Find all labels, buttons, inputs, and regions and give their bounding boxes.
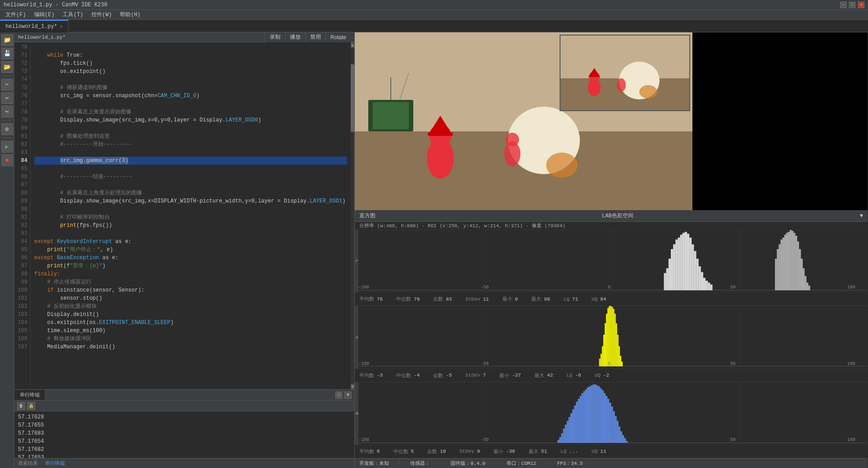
console-clear-button[interactable]: 🗑	[17, 402, 25, 410]
code-line-106: # 释放媒体缓冲区	[34, 335, 347, 343]
close-button[interactable]: ✕	[858, 2, 864, 8]
svg-rect-38	[680, 235, 683, 290]
bottom-search-bar: 搜索结果 串行终端	[14, 458, 354, 468]
search-results-tab[interactable]: 搜索结果	[18, 460, 38, 467]
svg-rect-65	[799, 249, 801, 291]
B-max: 最大 51	[529, 448, 547, 455]
editor-filename: helloworld_1.py*	[18, 35, 66, 40]
tab-close-button[interactable]: ✕	[60, 24, 63, 29]
serial-terminal-tab[interactable]: 串行终端	[45, 460, 65, 467]
editor-scrollbar[interactable]: ▲ ▼	[351, 42, 354, 389]
A-stdev: StDev 7	[466, 373, 486, 378]
svg-rect-106	[576, 401, 578, 443]
console-line: 57.17682	[18, 446, 351, 454]
svg-rect-55	[781, 239, 782, 290]
code-line-87	[34, 181, 347, 189]
code-line-100: if isinstance(sensor, Sensor):	[34, 286, 347, 294]
line-numbers: 70 71 72 73 74 75 76 77 78 79 80 81 82 8…	[14, 42, 31, 389]
console-panel: 串行终端 ⬡ ▼ 🗑 🔒 57.17628 57.17655 57.17683 …	[14, 389, 354, 468]
maximize-button[interactable]: □	[849, 2, 855, 8]
rotate-button[interactable]: Rotate	[326, 32, 351, 42]
A-mode: 众数 -5	[433, 372, 452, 379]
svg-point-11	[546, 153, 578, 178]
code-line-81: # 图像处理放到这里	[34, 132, 347, 140]
toolbar-save-icon[interactable]: 💾	[1, 48, 13, 59]
svg-rect-60	[790, 230, 791, 290]
line-num-88: 88	[14, 189, 27, 197]
line-num-83: 83	[14, 148, 27, 157]
scroll-down-button[interactable]: ▼	[351, 384, 354, 389]
svg-rect-40	[685, 232, 687, 290]
minimize-button[interactable]: ─	[840, 2, 846, 8]
svg-rect-34	[671, 249, 673, 291]
console-line: 57.17655	[18, 421, 351, 429]
disable-button[interactable]: 禁用	[305, 32, 326, 42]
scrollbar-thumb[interactable]	[351, 64, 354, 131]
tab-helloworld[interactable]: helloworld_1.py* ✕	[0, 20, 68, 32]
svg-rect-44	[694, 251, 696, 290]
menu-help[interactable]: 帮助(H)	[116, 10, 144, 19]
A-median: 中位数 -4	[396, 372, 420, 379]
histogram-title: 直方图	[359, 212, 375, 220]
A-mean: 平均数 -3	[359, 372, 383, 379]
A-indicator: A	[355, 306, 358, 368]
line-num-95: 95	[14, 246, 27, 254]
code-editor[interactable]: while True: fps.tick() os.exitpoint() # …	[31, 42, 351, 389]
histogram-header: 直方图 LAB色彩空间 ▼	[355, 210, 868, 222]
tab-bar: helloworld_1.py* ✕	[0, 20, 868, 32]
console-tab-serial[interactable]: 串行终端	[14, 390, 45, 400]
code-line-92: print(fps.fps())	[34, 221, 347, 230]
scroll-up-button[interactable]: ▲	[351, 42, 354, 48]
toolbar-redo-icon[interactable]: ↪	[1, 106, 13, 117]
title-bar-text: helloworld_1.py - CanMV IDE K230	[4, 2, 107, 8]
console-scroll-lock-button[interactable]: 🔒	[27, 402, 35, 410]
code-line-76: src_img = sensor.snapshot(chn=CAM_CHN_ID…	[34, 92, 347, 100]
svg-rect-110	[583, 391, 585, 443]
histogram-A-row: A	[355, 306, 868, 382]
fps-status: FPS：34.5	[557, 460, 583, 467]
window-controls: ─ □ ✕	[840, 2, 864, 8]
play-button[interactable]: 播放	[285, 32, 305, 42]
panel-float-button[interactable]: ⬡	[335, 392, 343, 399]
editor-main: 70 71 72 73 74 75 76 77 78 79 80 81 82 8…	[14, 42, 354, 389]
histogram-dropdown-icon[interactable]: ▼	[860, 213, 863, 219]
svg-rect-54	[779, 244, 781, 290]
menu-tools[interactable]: 工具(T)	[59, 10, 87, 19]
svg-rect-56	[782, 238, 784, 290]
line-num-93: 93	[14, 230, 27, 238]
svg-rect-53	[777, 249, 778, 291]
line-num-73: 73	[14, 68, 27, 76]
line-num-77: 77	[14, 100, 27, 108]
toolbar-run-icon[interactable]: ▶	[1, 141, 13, 153]
toolbar-stop-icon[interactable]: ■	[1, 154, 13, 166]
code-line-70	[34, 43, 347, 51]
toolbar-settings-icon[interactable]: ⚙	[1, 123, 13, 135]
svg-rect-86	[615, 314, 616, 366]
camera-thumbnail	[560, 35, 690, 111]
menu-controls[interactable]: 控件(W)	[88, 10, 116, 19]
toolbar-open-icon[interactable]: 📁	[1, 34, 13, 46]
svg-rect-63	[796, 236, 797, 290]
panel-minimize-button[interactable]: ▼	[344, 392, 352, 399]
svg-rect-124	[609, 402, 611, 442]
svg-rect-41	[687, 234, 689, 291]
status-bar: 开发板：未知 | 传感器： | 固件版：0.4.0 | 串口：COM12 | F…	[355, 458, 868, 468]
A-histogram-chart	[358, 306, 868, 368]
toolbar-cut-icon[interactable]: ✂	[1, 79, 13, 90]
B-mode: 众数 10	[427, 448, 446, 455]
menu-file[interactable]: 文件(F)	[2, 10, 30, 19]
toolbar-folder-icon[interactable]: 📂	[1, 61, 13, 73]
menu-bar: 文件(F) 编辑(E) 工具(T) 控件(W) 帮助(H)	[0, 10, 868, 20]
toolbar-separator3	[3, 138, 12, 138]
svg-rect-15	[373, 102, 409, 129]
editor-panel: helloworld_1.py* 行号: 84, 列号: 9 检图中区 录制 播…	[14, 32, 354, 468]
line-num-78: 78	[14, 108, 27, 116]
line-num-104: 104	[14, 319, 27, 327]
scrollbar-track[interactable]	[351, 48, 354, 384]
toolbar-undo-icon[interactable]: ↩	[1, 92, 13, 104]
code-line-72: fps.tick()	[34, 59, 347, 68]
histogram-content: L	[355, 230, 868, 458]
record-button[interactable]: 录制	[265, 32, 285, 42]
menu-edit[interactable]: 编辑(E)	[31, 10, 59, 19]
code-line-94: except KeyboardInterrupt as e:	[34, 238, 347, 246]
